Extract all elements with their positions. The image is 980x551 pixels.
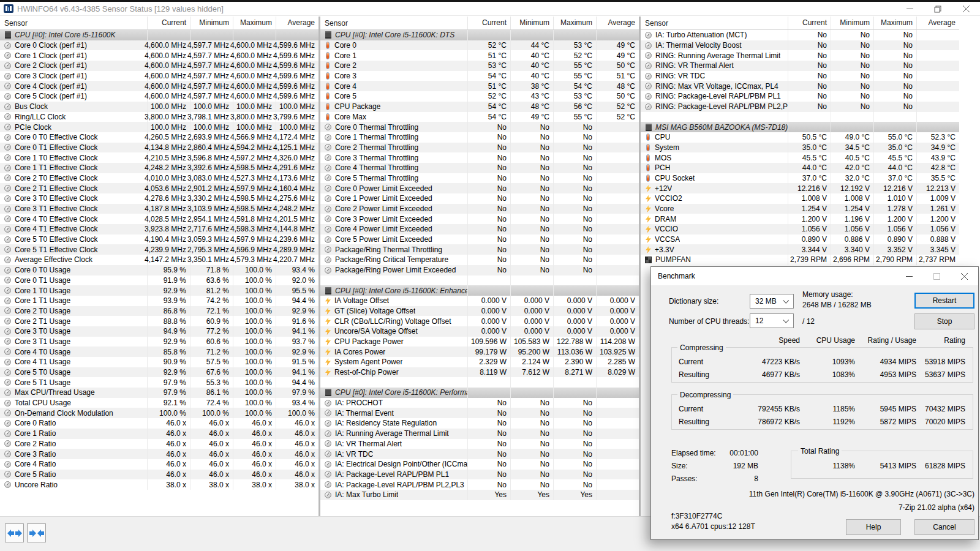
- sensor-row[interactable]: RING: Package-Level RAPL/PBM PL1NoNoNo: [641, 91, 959, 102]
- sensor-row[interactable]: Core 3 Clock (perf #1)4,600.0 MHz4,597.7…: [0, 71, 318, 81]
- benchmark-minimize-button[interactable]: [895, 267, 923, 285]
- sensor-row[interactable]: Core 2 Clock (perf #1)4,600.0 MHz4,597.7…: [0, 61, 318, 71]
- sensor-row[interactable]: Core 2 T0 Effective Clock4,010.0 MHz3,08…: [0, 173, 318, 184]
- sensor-group-header[interactable]: CPU [#0]: Intel Core i5-11600K: Enhanced: [320, 285, 639, 296]
- sensor-row[interactable]: DRAM1.200 V1.196 V1.200 V1.200 V: [641, 214, 959, 224]
- sensor-row[interactable]: System Agent Power2.329 W2.124 W2.390 W2…: [320, 357, 639, 367]
- sensor-row[interactable]: GT (Slice) Voltage Offset0.000 V0.000 V0…: [320, 306, 639, 317]
- sensor-row[interactable]: Core 0 T0 Usage95.9 %71.8 %100.0 %93.4 %: [0, 265, 318, 276]
- sensor-row[interactable]: Core 0 T0 Effective Clock4,260.5 MHz2,69…: [0, 132, 318, 143]
- sensor-row[interactable]: CPU Package Power109.596 W105.583 W122.7…: [320, 337, 639, 347]
- sensor-group-header[interactable]: MSI MAG B560M BAZOOKA (MS-7D18) (Nuvoton…: [641, 122, 959, 132]
- restart-button[interactable]: Restart: [914, 293, 974, 309]
- sensor-row[interactable]: Core 5 T1 Usage97.9 %55.3 %100.0 %94.4 %: [0, 377, 318, 388]
- sensor-row[interactable]: Core 4 Power Limit ExceededNoNoNo: [320, 224, 639, 234]
- sensor-row[interactable]: Core 151 °C40 °C52 °C49 °C: [320, 50, 639, 61]
- sensor-row[interactable]: Core 5 Power Limit ExceededNoNoNo: [320, 234, 639, 245]
- sensor-row[interactable]: Core 5 Ratio46.0 x46.0 x46.0 x46.0 x: [0, 470, 318, 480]
- benchmark-maximize-button[interactable]: [923, 267, 951, 285]
- sensor-row[interactable]: Core 4 T0 Effective Clock4,028.5 MHz2,95…: [0, 214, 318, 224]
- sensor-row[interactable]: Core 2 Ratio46.0 x46.0 x46.0 x46.0 x: [0, 439, 318, 449]
- sensor-row[interactable]: Core 4 Clock (perf #1)4,600.0 MHz4,597.7…: [0, 81, 318, 91]
- sensor-row[interactable]: Core 5 Thermal ThrottlingNoNoNo: [320, 173, 639, 184]
- sensor-row[interactable]: VCCSA0.890 V0.886 V0.890 V0.888 V: [641, 234, 959, 245]
- sensor-row[interactable]: CPU50.5 °C49.0 °C55.0 °C52.3 °C: [641, 132, 959, 143]
- sensor-row[interactable]: Core 0 Thermal ThrottlingNoNoNo: [320, 122, 639, 132]
- sensor-row[interactable]: Package/Ring Critical TemperatureNoNoNo: [320, 255, 639, 265]
- sensor-row[interactable]: Core 4 T0 Usage85.8 %71.2 %100.0 %92.9 %: [0, 347, 318, 357]
- sensor-row[interactable]: Core 2 T1 Effective Clock4,053.6 MHz2,90…: [0, 183, 318, 193]
- sensor-group-header[interactable]: CPU [#0]: Intel Core i5-11600K: Performa…: [320, 388, 639, 398]
- sensor-row[interactable]: IA Voltage Offset0.000 V0.000 V0.000 V0.…: [320, 296, 639, 306]
- sensor-row[interactable]: Core 451 °C38 °C54 °C48 °C: [320, 81, 639, 91]
- sensor-row[interactable]: Package/Ring Thermal ThrottlingNoNoNo: [320, 244, 639, 255]
- sensor-group-header[interactable]: CPU [#0]: Intel Core i5-11600K: [0, 30, 318, 40]
- sensor-row[interactable]: Core 1 Thermal ThrottlingNoNoNo: [320, 132, 639, 143]
- sensor-row[interactable]: Core 5 T0 Usage92.9 %67.6 %100.0 %94.1 %: [0, 367, 318, 378]
- sensor-row[interactable]: Core 2 T0 Usage86.8 %72.1 %100.0 %92.9 %: [0, 306, 318, 317]
- sensor-row[interactable]: IA: Thermal EventNoNoNo: [320, 408, 639, 418]
- cpu-threads-select[interactable]: 12: [750, 313, 794, 328]
- sensor-row[interactable]: Core 2 Thermal ThrottlingNoNoNo: [320, 143, 639, 153]
- sensor-row[interactable]: Core 0 Ratio46.0 x46.0 x46.0 x46.0 x: [0, 418, 318, 429]
- sensor-row[interactable]: IA: Running Average Thermal LimitNoNoNo: [320, 429, 639, 439]
- sensor-row[interactable]: PCIe Clock100.0 MHz100.0 MHz100.0 MHz100…: [0, 122, 318, 132]
- sensor-row[interactable]: PUMPFAN2,739 RPM2,696 RPM2,790 RPM2,737 …: [641, 255, 959, 265]
- sensor-row[interactable]: MOS45.5 °C40.5 °C45.5 °C43.9 °C: [641, 152, 959, 163]
- sensor-row[interactable]: Core 5 T0 Effective Clock4,190.4 MHz3,05…: [0, 234, 318, 245]
- sensor-row[interactable]: IA: Electrical Design Point/Other (ICCma…: [320, 459, 639, 470]
- sensor-row[interactable]: IA: VR TDCNoNoNo: [320, 449, 639, 459]
- sensor-row[interactable]: Core 0 T1 Usage91.9 %63.6 %100.0 %92.0 %: [0, 276, 318, 286]
- sensor-row[interactable]: VCCIO1.056 V1.056 V1.056 V1.056 V: [641, 224, 959, 234]
- sensor-row[interactable]: Core 1 T0 Usage92.9 %81.2 %100.0 %95.5 %: [0, 285, 318, 296]
- sensor-row[interactable]: Core 552 °C43 °C53 °C50 °C: [320, 91, 639, 102]
- sensor-row[interactable]: Core Max54 °C49 °C55 °C52 °C: [320, 112, 639, 122]
- sensor-row[interactable]: Core 1 T1 Usage93.9 %74.2 %100.0 %94.4 %: [0, 296, 318, 306]
- sensor-group-header[interactable]: CPU [#0]: Intel Core i5-11600K: DTS: [320, 30, 639, 40]
- sensor-row[interactable]: Core 1 Clock (perf #1)4,600.0 MHz4,597.7…: [0, 50, 318, 61]
- benchmark-close-button[interactable]: [951, 267, 978, 285]
- sensor-row[interactable]: Core 0 T1 Effective Clock4,134.8 MHz2,86…: [0, 143, 318, 153]
- sensor-row[interactable]: +3.3V3.344 V3.340 V3.352 V3.345 V: [641, 244, 959, 255]
- sensor-row[interactable]: Vcore1.254 V1.254 V1.278 V1.261 V: [641, 204, 959, 214]
- sensor-row[interactable]: CPU Socket37.0 °C32.0 °C37.0 °C35.5 °C: [641, 173, 959, 184]
- sensor-row[interactable]: PCH44.0 °C42.0 °C44.0 °C42.8 °C: [641, 163, 959, 173]
- dictionary-size-select[interactable]: 32 MB: [750, 294, 794, 309]
- sensor-row[interactable]: Average Effective Clock4,147.2 MHz3,350.…: [0, 255, 318, 265]
- sensor-row[interactable]: RING: VR Thermal AlertNoNoNo: [641, 61, 959, 71]
- sensor-row[interactable]: Core 4 T1 Usage90.9 %57.5 %100.0 %91.5 %: [0, 357, 318, 367]
- sensor-row[interactable]: Core 2 T1 Usage88.8 %60.9 %100.0 %91.6 %: [0, 316, 318, 326]
- sensor-row[interactable]: Total CPU Usage92.1 %72.4 %100.0 %93.4 %: [0, 398, 318, 408]
- sensor-row[interactable]: Core 4 T1 Effective Clock3,923.8 MHz2,71…: [0, 224, 318, 234]
- sensor-row[interactable]: Core 1 T0 Effective Clock4,210.5 MHz3,59…: [0, 152, 318, 163]
- sensor-row[interactable]: System35.0 °C34.5 °C35.0 °C34.9 °C: [641, 143, 959, 153]
- sensor-row[interactable]: Max CPU/Thread Usage97.9 %86.1 %100.0 %9…: [0, 388, 318, 398]
- sensor-row[interactable]: VCCIO21.008 V1.008 V1.010 V1.009 V: [641, 193, 959, 204]
- sensor-row[interactable]: IA: Package-Level RAPL/PBM PL2,PL3NoNoNo: [320, 479, 639, 490]
- sensor-row[interactable]: Core 052 °C44 °C53 °C49 °C: [320, 40, 639, 51]
- sensor-row[interactable]: CPU Package54 °C48 °C56 °C52 °C: [320, 102, 639, 112]
- sensor-row[interactable]: Core 0 Clock (perf #1)4,600.0 MHz4,597.7…: [0, 40, 318, 51]
- sensor-row[interactable]: RING: VR TDCNoNoNo: [641, 71, 959, 81]
- collapse-columns-button[interactable]: [27, 523, 46, 542]
- sensor-row[interactable]: Core 3 Thermal ThrottlingNoNoNo: [320, 152, 639, 163]
- sensor-row[interactable]: IA: Residency State RegulationNoNoNo: [320, 418, 639, 429]
- minimize-button[interactable]: [895, 2, 924, 16]
- sensor-row[interactable]: Uncore Ratio38.0 x38.0 x38.0 x38.0 x: [0, 479, 318, 490]
- sensor-row[interactable]: Core 1 Power Limit ExceededNoNoNo: [320, 193, 639, 204]
- sensor-row[interactable]: Core 1 Ratio46.0 x46.0 x46.0 x46.0 x: [0, 429, 318, 439]
- sensor-row[interactable]: Core 3 T1 Usage92.9 %60.6 %100.0 %93.7 %: [0, 337, 318, 347]
- stop-button[interactable]: Stop: [914, 313, 974, 329]
- expand-columns-button[interactable]: [5, 523, 24, 542]
- sensor-row[interactable]: Core 3 T0 Usage94.9 %77.2 %100.0 %94.1 %: [0, 326, 318, 337]
- sensor-row[interactable]: Core 4 Thermal ThrottlingNoNoNo: [320, 163, 639, 173]
- sensor-row[interactable]: Core 2 Power Limit ExceededNoNoNo: [320, 204, 639, 214]
- sensor-row[interactable]: RING: Max VR Voltage, ICCmax, PL4NoNoNo: [641, 81, 959, 91]
- sensor-row[interactable]: RING: Running Average Thermal LimitNoNoN…: [641, 50, 959, 61]
- sensor-row[interactable]: CLR (CBo/LLC/Ring) Voltage Offset0.000 V…: [320, 316, 639, 326]
- sensor-row[interactable]: IA: Thermal Velocity BoostNoNoNo: [641, 40, 959, 51]
- sensor-row[interactable]: IA Cores Power99.179 W95.200 W113.036 W1…: [320, 347, 639, 357]
- sensor-row[interactable]: Core 5 T1 Effective Clock4,239.9 MHz2,79…: [0, 244, 318, 255]
- sensor-row[interactable]: Bus Clock100.0 MHz100.0 MHz100.0 MHz100.…: [0, 102, 318, 112]
- sensor-row[interactable]: IA: Max Turbo LimitYesYesYes: [320, 490, 639, 500]
